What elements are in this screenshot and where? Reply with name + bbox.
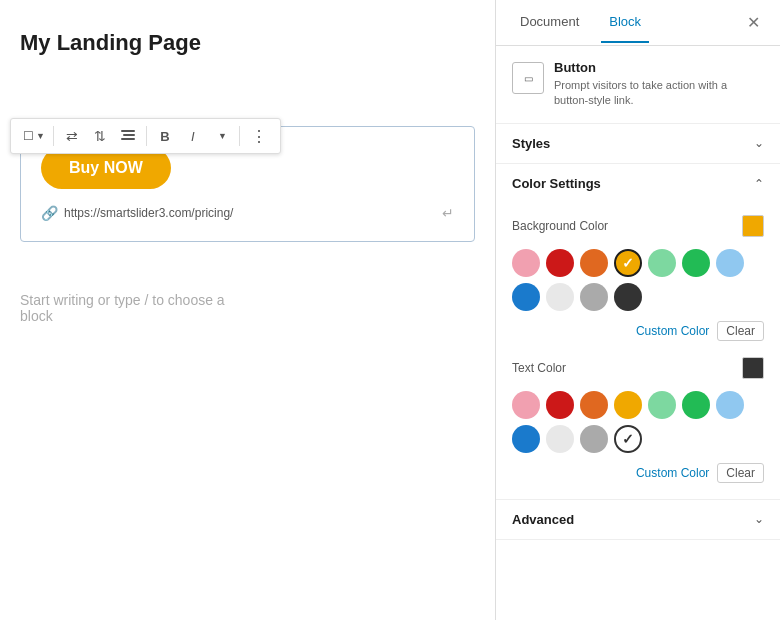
block-info-text: Button Prompt visitors to take action wi… [554,60,764,109]
align-left-icon: ⇄ [66,128,78,144]
advanced-section-header[interactable]: Advanced ⌄ [496,500,780,539]
bold-icon: B [160,129,169,144]
advanced-section: Advanced ⌄ [496,500,780,540]
italic-dropdown-arrow-icon: ▼ [218,131,227,141]
text-color-light-green[interactable] [648,391,676,419]
color-settings-chevron-icon: ⌄ [754,176,764,190]
text-color-pink[interactable] [512,391,540,419]
svg-rect-1 [123,134,135,136]
background-color-row: Background Color [512,215,764,237]
sidebar-header: Document Block ✕ [496,0,780,46]
bg-clear-button[interactable]: Clear [717,321,764,341]
align-left-button[interactable]: ⇄ [59,123,85,149]
more-options-icon: ⋮ [251,127,268,146]
tab-block[interactable]: Block [601,2,649,43]
bg-custom-color-link[interactable]: Custom Color [636,324,709,338]
color-settings-section: Color Settings ⌄ Background Color ✓ [496,164,780,500]
block-info-title: Button [554,60,764,75]
block-type-button[interactable]: ☐ ▼ [17,123,48,149]
bg-color-red[interactable] [546,249,574,277]
text-clear-button[interactable]: Clear [717,463,764,483]
bg-color-yellow[interactable]: ✓ [614,249,642,277]
color-settings-title: Color Settings [512,176,601,191]
toolbar-separator-1 [53,126,54,146]
sidebar: Document Block ✕ ▭ Button Prompt visitor… [495,0,780,620]
tab-document[interactable]: Document [512,2,587,43]
text-color-green[interactable] [682,391,710,419]
block-icon-box: ▭ [512,62,544,94]
bg-color-green[interactable] [682,249,710,277]
align-center-button[interactable]: ⇅ [87,123,113,149]
svg-rect-2 [121,138,135,140]
bg-color-gray[interactable] [580,283,608,311]
block-type-icon: ☐ [23,129,34,143]
italic-icon: I [191,129,195,144]
dropdown-arrow-icon: ▼ [36,131,45,141]
text-color-dark-selected[interactable]: ✓ [614,425,642,453]
styles-chevron-icon: ⌄ [754,136,764,150]
bg-color-light-gray[interactable] [546,283,574,311]
bg-color-light-blue[interactable] [716,249,744,277]
styles-section-header[interactable]: Styles ⌄ [496,124,780,163]
page-title: My Landing Page [0,0,495,66]
text-color-blue[interactable] [512,425,540,453]
toolbar-separator-3 [239,126,240,146]
bg-color-light-green[interactable] [648,249,676,277]
color-settings-header[interactable]: Color Settings ⌄ [496,164,780,203]
text-color-yellow[interactable] [614,391,642,419]
text-color-light-blue[interactable] [716,391,744,419]
link-icon: 🔗 [41,205,58,221]
write-prompt: Start writing or type / to choose a bloc… [0,262,495,354]
block-info: ▭ Button Prompt visitors to take action … [496,46,780,124]
bg-yellow-check-icon: ✓ [622,255,634,271]
styles-section: Styles ⌄ [496,124,780,164]
button-block-icon: ▭ [524,73,533,84]
text-color-red[interactable] [546,391,574,419]
text-color-grid: ✓ [512,391,764,453]
close-button[interactable]: ✕ [743,9,764,36]
advanced-title: Advanced [512,512,574,527]
link-row: 🔗 https://smartslider3.com/pricing/ ↵ [41,205,454,221]
block-toolbar: ☐ ▼ ⇄ ⇅ B I ▼ ⋮ [10,118,281,154]
bg-color-blue[interactable] [512,283,540,311]
bold-button[interactable]: B [152,123,178,149]
svg-rect-0 [121,130,135,132]
italic-button[interactable]: I [180,123,206,149]
enter-icon: ↵ [442,205,454,221]
background-color-grid: ✓ [512,249,764,311]
text-color-row: Text Color [512,357,764,379]
background-color-swatch [742,215,764,237]
bg-custom-clear-row: Custom Color Clear [512,321,764,341]
block-info-description: Prompt visitors to take action with a bu… [554,78,764,109]
background-color-label: Background Color [512,219,742,233]
text-color-swatch [742,357,764,379]
text-color-orange[interactable] [580,391,608,419]
link-url-text: https://smartslider3.com/pricing/ [64,206,442,220]
editor-area: My Landing Page ☐ ▼ ⇄ ⇅ B I ▼ ⋮ [0,0,495,620]
align-right-button[interactable] [115,123,141,149]
advanced-chevron-icon: ⌄ [754,512,764,526]
text-custom-color-link[interactable]: Custom Color [636,466,709,480]
align-right-icon [121,130,135,142]
toolbar-separator-2 [146,126,147,146]
styles-title: Styles [512,136,550,151]
italic-dropdown-button[interactable]: ▼ [208,123,234,149]
text-color-label: Text Color [512,361,742,375]
text-dark-check-icon: ✓ [622,431,634,447]
text-color-light-gray[interactable] [546,425,574,453]
color-settings-body: Background Color ✓ [496,203,780,499]
more-options-button[interactable]: ⋮ [245,123,274,149]
bg-color-orange[interactable] [580,249,608,277]
text-color-gray[interactable] [580,425,608,453]
text-custom-clear-row: Custom Color Clear [512,463,764,483]
bg-color-pink[interactable] [512,249,540,277]
bg-color-dark[interactable] [614,283,642,311]
align-center-icon: ⇅ [94,128,106,144]
